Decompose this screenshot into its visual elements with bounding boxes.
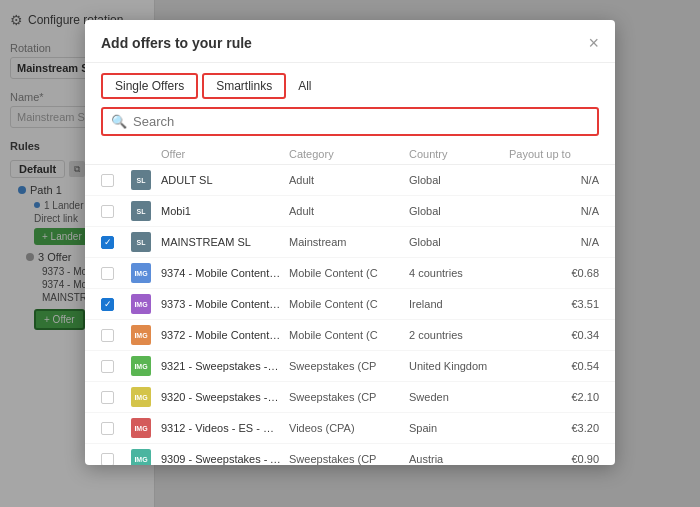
- offer-badge: IMG: [131, 449, 151, 465]
- offer-name-cell: 9374 - Mobile Content - Multi Geo - 3...: [161, 267, 289, 279]
- category-cell: Mainstream: [289, 236, 409, 248]
- offer-badge: IMG: [131, 418, 151, 438]
- table-body: SLADULT SLAdultGlobalN/ASLMobi1AdultGlob…: [85, 165, 615, 465]
- row-checkbox[interactable]: [101, 267, 114, 280]
- table-header: Offer Category Country Payout up to: [85, 144, 615, 165]
- col-payout: Payout up to: [509, 148, 599, 160]
- payout-cell: €0.54: [509, 360, 599, 372]
- payout-cell: €3.51: [509, 298, 599, 310]
- table-row[interactable]: SLMAINSTREAM SLMainstreamGlobalN/A: [85, 227, 615, 258]
- row-checkbox[interactable]: [101, 236, 114, 249]
- col-checkbox: [101, 148, 131, 160]
- table-row[interactable]: IMG9373 - Mobile Content - IE - 3G + Wif…: [85, 289, 615, 320]
- offer-name-cell: 9312 - Videos - ES - Orange - Los Me...: [161, 422, 289, 434]
- col-badge: [131, 148, 161, 160]
- payout-cell: N/A: [509, 205, 599, 217]
- payout-cell: €0.68: [509, 267, 599, 279]
- offer-name-cell: MAINSTREAM SL: [161, 236, 289, 248]
- country-cell: 4 countries: [409, 267, 509, 279]
- modal-overlay: Add offers to your rule × Single Offers …: [0, 0, 700, 507]
- table-row[interactable]: IMG9320 - Sweepstakes - SE - 3G + Wifi -…: [85, 382, 615, 413]
- payout-cell: €2.10: [509, 391, 599, 403]
- tab-smartlinks[interactable]: Smartlinks: [202, 73, 286, 99]
- table-row[interactable]: SLMobi1AdultGlobalN/A: [85, 196, 615, 227]
- table-row[interactable]: IMG9321 - Sweepstakes - UK - 3G + Wifi .…: [85, 351, 615, 382]
- offer-name-cell: 9321 - Sweepstakes - UK - 3G + Wifi ...: [161, 360, 289, 372]
- country-cell: United Kingdom: [409, 360, 509, 372]
- payout-cell: €0.34: [509, 329, 599, 341]
- offer-badge: IMG: [131, 294, 151, 314]
- payout-cell: N/A: [509, 174, 599, 186]
- search-input[interactable]: [133, 114, 589, 129]
- category-cell: Sweepstakes (CP: [289, 453, 409, 465]
- offer-badge: IMG: [131, 263, 151, 283]
- col-country: Country: [409, 148, 509, 160]
- col-offer: Offer: [161, 148, 289, 160]
- country-cell: Global: [409, 174, 509, 186]
- table-row[interactable]: SLADULT SLAdultGlobalN/A: [85, 165, 615, 196]
- country-cell: Global: [409, 236, 509, 248]
- table-row[interactable]: IMG9372 - Mobile Content - Multi Geo - 3…: [85, 320, 615, 351]
- search-box[interactable]: 🔍: [101, 107, 599, 136]
- row-checkbox[interactable]: [101, 205, 114, 218]
- row-checkbox[interactable]: [101, 329, 114, 342]
- country-cell: Austria: [409, 453, 509, 465]
- offer-badge: IMG: [131, 325, 151, 345]
- offer-badge: SL: [131, 170, 151, 190]
- offer-name-cell: Mobi1: [161, 205, 289, 217]
- modal-title: Add offers to your rule: [101, 35, 252, 51]
- search-icon: 🔍: [111, 114, 127, 129]
- offer-badge: SL: [131, 201, 151, 221]
- row-checkbox[interactable]: [101, 298, 114, 311]
- close-button[interactable]: ×: [588, 34, 599, 52]
- offer-name-cell: 9320 - Sweepstakes - SE - 3G + Wifi -...: [161, 391, 289, 403]
- offer-badge: IMG: [131, 356, 151, 376]
- offer-name-cell: 9372 - Mobile Content - Multi Geo - 3...: [161, 329, 289, 341]
- payout-cell: €0.90: [509, 453, 599, 465]
- country-cell: 2 countries: [409, 329, 509, 341]
- row-checkbox[interactable]: [101, 174, 114, 187]
- country-cell: Ireland: [409, 298, 509, 310]
- row-checkbox[interactable]: [101, 453, 114, 466]
- category-cell: Sweepstakes (CP: [289, 360, 409, 372]
- offer-name-cell: 9373 - Mobile Content - IE - 3G + Wifi..…: [161, 298, 289, 310]
- row-checkbox[interactable]: [101, 422, 114, 435]
- country-cell: Global: [409, 205, 509, 217]
- category-cell: Adult: [289, 174, 409, 186]
- table-row[interactable]: IMG9309 - Sweepstakes - AT - 3G + Wifi -…: [85, 444, 615, 465]
- payout-cell: N/A: [509, 236, 599, 248]
- offer-badge: SL: [131, 232, 151, 252]
- tab-all[interactable]: All: [290, 75, 319, 97]
- category-cell: Sweepstakes (CP: [289, 391, 409, 403]
- modal-header: Add offers to your rule ×: [85, 20, 615, 63]
- country-cell: Spain: [409, 422, 509, 434]
- col-category: Category: [289, 148, 409, 160]
- category-cell: Adult: [289, 205, 409, 217]
- category-cell: Mobile Content (C: [289, 329, 409, 341]
- tab-single-offers[interactable]: Single Offers: [101, 73, 198, 99]
- offer-name-cell: 9309 - Sweepstakes - AT - 3G + Wifi -...: [161, 453, 289, 465]
- table-row[interactable]: IMG9374 - Mobile Content - Multi Geo - 3…: [85, 258, 615, 289]
- category-cell: Mobile Content (C: [289, 267, 409, 279]
- offer-name-cell: ADULT SL: [161, 174, 289, 186]
- row-checkbox[interactable]: [101, 391, 114, 404]
- table-row[interactable]: IMG9312 - Videos - ES - Orange - Los Me.…: [85, 413, 615, 444]
- category-cell: Mobile Content (C: [289, 298, 409, 310]
- modal-tabs: Single Offers Smartlinks All: [85, 63, 615, 107]
- row-checkbox[interactable]: [101, 360, 114, 373]
- payout-cell: €3.20: [509, 422, 599, 434]
- offer-badge: IMG: [131, 387, 151, 407]
- category-cell: Videos (CPA): [289, 422, 409, 434]
- country-cell: Sweden: [409, 391, 509, 403]
- add-offers-modal: Add offers to your rule × Single Offers …: [85, 20, 615, 465]
